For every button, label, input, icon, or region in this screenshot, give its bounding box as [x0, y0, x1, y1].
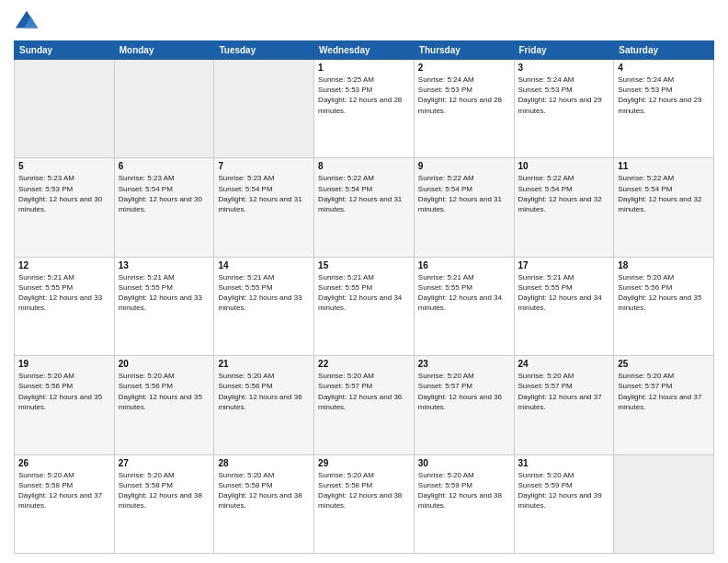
cell-info: Sunrise: 5:22 AM Sunset: 5:54 PM Dayligh…	[418, 173, 510, 214]
cell-info: Sunrise: 5:20 AM Sunset: 5:57 PM Dayligh…	[418, 371, 510, 412]
calendar-cell: 28Sunrise: 5:20 AM Sunset: 5:58 PM Dayli…	[214, 454, 314, 553]
cell-info: Sunrise: 5:23 AM Sunset: 5:54 PM Dayligh…	[218, 173, 310, 214]
cell-date: 6	[119, 161, 210, 171]
calendar-cell: 3Sunrise: 5:24 AM Sunset: 5:53 PM Daylig…	[514, 60, 614, 158]
cell-info: Sunrise: 5:20 AM Sunset: 5:57 PM Dayligh…	[518, 371, 610, 412]
calendar-cell: 10Sunrise: 5:22 AM Sunset: 5:54 PM Dayli…	[514, 158, 614, 257]
calendar-cell: 8Sunrise: 5:22 AM Sunset: 5:54 PM Daylig…	[314, 158, 415, 257]
calendar-week-row: 1Sunrise: 5:25 AM Sunset: 5:53 PM Daylig…	[15, 60, 714, 158]
cell-info: Sunrise: 5:20 AM Sunset: 5:59 PM Dayligh…	[518, 470, 610, 511]
calendar-cell: 22Sunrise: 5:20 AM Sunset: 5:57 PM Dayli…	[314, 356, 415, 454]
cell-info: Sunrise: 5:20 AM Sunset: 5:56 PM Dayligh…	[119, 371, 210, 412]
calendar-cell: 23Sunrise: 5:20 AM Sunset: 5:57 PM Dayli…	[414, 356, 514, 454]
cell-date: 2	[418, 63, 510, 73]
calendar-cell: 20Sunrise: 5:20 AM Sunset: 5:56 PM Dayli…	[114, 356, 214, 454]
calendar-cell: 16Sunrise: 5:21 AM Sunset: 5:55 PM Dayli…	[414, 257, 514, 355]
cell-info: Sunrise: 5:24 AM Sunset: 5:53 PM Dayligh…	[518, 75, 610, 116]
calendar-cell: 27Sunrise: 5:20 AM Sunset: 5:58 PM Dayli…	[114, 454, 214, 553]
cell-info: Sunrise: 5:23 AM Sunset: 5:54 PM Dayligh…	[119, 173, 210, 214]
day-header-friday: Friday	[514, 41, 614, 60]
page: SundayMondayTuesdayWednesdayThursdayFrid…	[0, 0, 728, 563]
cell-date: 11	[618, 161, 710, 171]
cell-date: 22	[318, 359, 410, 369]
calendar-cell: 25Sunrise: 5:20 AM Sunset: 5:57 PM Dayli…	[614, 356, 714, 454]
cell-info: Sunrise: 5:21 AM Sunset: 5:55 PM Dayligh…	[518, 272, 610, 314]
cell-date: 25	[618, 359, 710, 369]
cell-info: Sunrise: 5:21 AM Sunset: 5:55 PM Dayligh…	[418, 272, 510, 314]
cell-date: 26	[18, 458, 110, 468]
calendar-cell	[114, 60, 214, 158]
calendar-cell: 21Sunrise: 5:20 AM Sunset: 5:56 PM Dayli…	[214, 356, 314, 454]
cell-info: Sunrise: 5:20 AM Sunset: 5:58 PM Dayligh…	[318, 470, 410, 511]
calendar-cell: 1Sunrise: 5:25 AM Sunset: 5:53 PM Daylig…	[314, 60, 415, 158]
header	[14, 9, 714, 35]
calendar-cell: 2Sunrise: 5:24 AM Sunset: 5:53 PM Daylig…	[414, 60, 514, 158]
calendar-cell: 26Sunrise: 5:20 AM Sunset: 5:58 PM Dayli…	[15, 454, 115, 553]
calendar-cell	[15, 60, 115, 158]
calendar-cell: 12Sunrise: 5:21 AM Sunset: 5:55 PM Dayli…	[15, 257, 115, 355]
calendar-cell: 5Sunrise: 5:23 AM Sunset: 5:53 PM Daylig…	[15, 158, 115, 257]
cell-date: 8	[318, 161, 410, 171]
cell-info: Sunrise: 5:20 AM Sunset: 5:58 PM Dayligh…	[218, 470, 310, 511]
cell-info: Sunrise: 5:20 AM Sunset: 5:57 PM Dayligh…	[318, 371, 410, 412]
cell-date: 5	[18, 161, 110, 171]
calendar-cell: 19Sunrise: 5:20 AM Sunset: 5:56 PM Dayli…	[15, 356, 115, 454]
day-header-thursday: Thursday	[414, 41, 514, 60]
cell-date: 3	[518, 63, 610, 73]
cell-date: 9	[418, 161, 510, 171]
calendar-week-row: 26Sunrise: 5:20 AM Sunset: 5:58 PM Dayli…	[15, 454, 714, 553]
cell-date: 20	[119, 359, 210, 369]
calendar-cell: 18Sunrise: 5:20 AM Sunset: 5:56 PM Dayli…	[614, 257, 714, 355]
cell-date: 30	[418, 458, 510, 468]
calendar-cell: 29Sunrise: 5:20 AM Sunset: 5:58 PM Dayli…	[314, 454, 415, 553]
calendar-cell: 30Sunrise: 5:20 AM Sunset: 5:59 PM Dayli…	[414, 454, 514, 553]
calendar-cell: 7Sunrise: 5:23 AM Sunset: 5:54 PM Daylig…	[214, 158, 314, 257]
cell-info: Sunrise: 5:21 AM Sunset: 5:55 PM Dayligh…	[119, 272, 210, 314]
day-header-tuesday: Tuesday	[214, 41, 314, 60]
calendar-cell: 6Sunrise: 5:23 AM Sunset: 5:54 PM Daylig…	[114, 158, 214, 257]
calendar-header-row: SundayMondayTuesdayWednesdayThursdayFrid…	[15, 41, 714, 60]
cell-info: Sunrise: 5:20 AM Sunset: 5:56 PM Dayligh…	[618, 272, 710, 314]
cell-info: Sunrise: 5:20 AM Sunset: 5:56 PM Dayligh…	[218, 371, 310, 412]
calendar: SundayMondayTuesdayWednesdayThursdayFrid…	[14, 40, 714, 554]
cell-date: 23	[418, 359, 510, 369]
logo	[14, 9, 43, 35]
cell-date: 12	[18, 260, 110, 270]
cell-info: Sunrise: 5:21 AM Sunset: 5:55 PM Dayligh…	[18, 272, 110, 314]
cell-date: 19	[18, 359, 110, 369]
cell-info: Sunrise: 5:20 AM Sunset: 5:58 PM Dayligh…	[18, 470, 110, 511]
calendar-cell: 14Sunrise: 5:21 AM Sunset: 5:55 PM Dayli…	[214, 257, 314, 355]
day-header-monday: Monday	[114, 41, 214, 60]
day-header-sunday: Sunday	[15, 41, 115, 60]
cell-info: Sunrise: 5:20 AM Sunset: 5:57 PM Dayligh…	[618, 371, 710, 412]
cell-info: Sunrise: 5:24 AM Sunset: 5:53 PM Dayligh…	[418, 75, 510, 116]
day-header-saturday: Saturday	[614, 41, 714, 60]
calendar-week-row: 19Sunrise: 5:20 AM Sunset: 5:56 PM Dayli…	[15, 356, 714, 454]
cell-date: 29	[318, 458, 410, 468]
cell-date: 13	[119, 260, 210, 270]
cell-info: Sunrise: 5:20 AM Sunset: 5:59 PM Dayligh…	[418, 470, 510, 511]
cell-date: 4	[618, 63, 710, 73]
cell-info: Sunrise: 5:23 AM Sunset: 5:53 PM Dayligh…	[18, 173, 110, 214]
cell-info: Sunrise: 5:22 AM Sunset: 5:54 PM Dayligh…	[518, 173, 610, 214]
cell-date: 10	[518, 161, 610, 171]
cell-date: 15	[318, 260, 410, 270]
day-header-wednesday: Wednesday	[314, 41, 415, 60]
cell-date: 16	[418, 260, 510, 270]
cell-date: 28	[218, 458, 310, 468]
cell-info: Sunrise: 5:25 AM Sunset: 5:53 PM Dayligh…	[318, 75, 410, 116]
calendar-cell: 17Sunrise: 5:21 AM Sunset: 5:55 PM Dayli…	[514, 257, 614, 355]
cell-date: 21	[218, 359, 310, 369]
cell-date: 1	[318, 63, 410, 73]
calendar-cell: 11Sunrise: 5:22 AM Sunset: 5:54 PM Dayli…	[614, 158, 714, 257]
cell-info: Sunrise: 5:20 AM Sunset: 5:58 PM Dayligh…	[119, 470, 210, 511]
calendar-week-row: 12Sunrise: 5:21 AM Sunset: 5:55 PM Dayli…	[15, 257, 714, 355]
cell-info: Sunrise: 5:21 AM Sunset: 5:55 PM Dayligh…	[218, 272, 310, 314]
calendar-week-row: 5Sunrise: 5:23 AM Sunset: 5:53 PM Daylig…	[15, 158, 714, 257]
calendar-cell: 24Sunrise: 5:20 AM Sunset: 5:57 PM Dayli…	[514, 356, 614, 454]
logo-icon	[14, 9, 40, 35]
cell-date: 14	[218, 260, 310, 270]
calendar-cell: 15Sunrise: 5:21 AM Sunset: 5:55 PM Dayli…	[314, 257, 415, 355]
calendar-cell	[614, 454, 714, 553]
cell-date: 31	[518, 458, 610, 468]
